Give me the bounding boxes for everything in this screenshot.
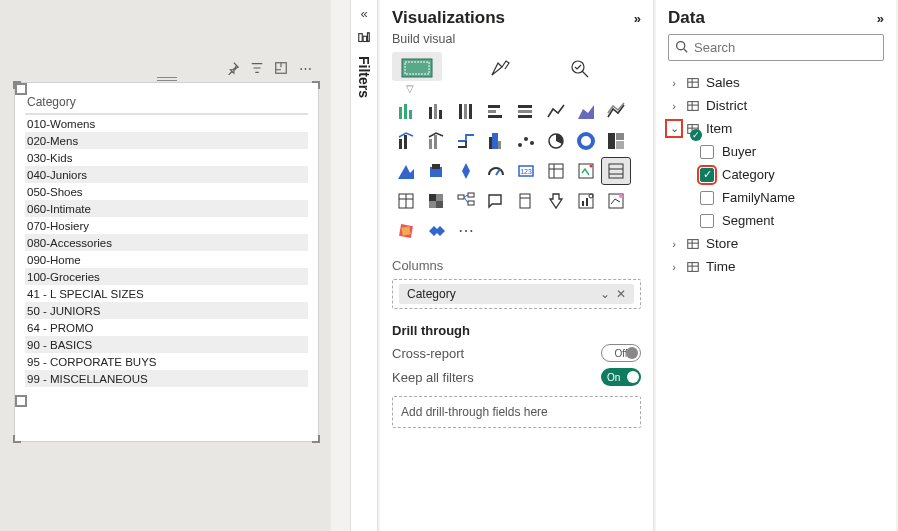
viz-type-100-bar[interactable]	[512, 98, 540, 124]
columns-field-well[interactable]: Category ⌄ ✕	[392, 279, 641, 309]
viz-type-stacked-column[interactable]	[452, 98, 480, 124]
table-row[interactable]: 040-Juniors	[25, 166, 308, 183]
viz-type-paginated[interactable]	[572, 188, 600, 214]
viz-type-treemap[interactable]	[602, 128, 630, 154]
report-canvas: ⋯ Category 010-Womens020-Mens030-Kids040…	[0, 0, 331, 531]
viz-type-combo-column-line[interactable]	[392, 128, 420, 154]
table-visual[interactable]: ⋯ Category 010-Womens020-Mens030-Kids040…	[14, 82, 319, 442]
data-search-box[interactable]	[668, 34, 884, 61]
field-checkbox[interactable]	[700, 214, 714, 228]
table-row[interactable]: 080-Accessories	[25, 234, 308, 251]
keep-filters-toggle[interactable]: On	[601, 368, 641, 386]
format-visual-tab[interactable]	[474, 52, 524, 81]
chevron-down-icon[interactable]: ⌄	[600, 287, 610, 301]
data-search-input[interactable]	[692, 39, 877, 56]
viz-type-smart-narrative[interactable]	[512, 188, 540, 214]
viz-type-pie[interactable]	[542, 128, 570, 154]
chevron-down-icon[interactable]: ⌄	[668, 122, 680, 135]
svg-rect-58	[458, 195, 464, 199]
viz-type-key-influencers[interactable]	[422, 218, 450, 244]
table-row[interactable]: 95 - CORPORATE BUYS	[25, 353, 308, 370]
table-row[interactable]: 100-Groceries	[25, 268, 308, 285]
viz-type-matrix[interactable]	[392, 188, 420, 214]
table-row[interactable]: 90 - BASICS	[25, 336, 308, 353]
field-checkbox[interactable]	[700, 145, 714, 159]
filters-pane-collapsed[interactable]: « Filters	[350, 0, 378, 531]
svg-text:⋯: ⋯	[458, 222, 474, 239]
viz-type-qna[interactable]	[482, 188, 510, 214]
more-options-icon[interactable]: ⋯	[296, 59, 314, 77]
viz-type-filled-map[interactable]	[392, 158, 420, 184]
data-field-familyname[interactable]: FamilyName	[668, 186, 884, 209]
viz-type-ribbon[interactable]	[452, 128, 480, 154]
chevron-right-icon[interactable]: ›	[668, 100, 680, 112]
chevron-right-icon[interactable]: ›	[668, 261, 680, 273]
data-table-time[interactable]: ›Time	[668, 255, 884, 278]
viz-type-slicer[interactable]	[422, 188, 450, 214]
expand-filters-icon[interactable]: «	[360, 6, 367, 21]
viz-type-waterfall[interactable]	[482, 128, 510, 154]
pin-icon[interactable]	[224, 59, 242, 77]
viz-type-power-apps[interactable]	[602, 188, 630, 214]
data-field-category[interactable]: ✓Category	[668, 163, 884, 186]
viz-type-more-visuals[interactable]: ⋯	[452, 218, 480, 244]
svg-rect-9	[409, 110, 412, 119]
viz-type-clustered-bar[interactable]	[422, 98, 450, 124]
table-row[interactable]: 99 - MISCELLANEOUS	[25, 370, 308, 387]
collapse-data-pane-icon[interactable]: »	[877, 11, 884, 26]
viz-type-donut[interactable]	[572, 128, 600, 154]
collapse-viz-pane-icon[interactable]: »	[634, 11, 641, 26]
viz-type-funnel[interactable]	[422, 158, 450, 184]
svg-rect-13	[459, 104, 462, 119]
viz-type-azure-map[interactable]	[452, 158, 480, 184]
drag-handle-icon[interactable]	[157, 77, 177, 81]
build-visual-tab[interactable]	[392, 52, 442, 81]
data-table-district[interactable]: ›District	[668, 94, 884, 117]
cross-report-toggle[interactable]: Off	[601, 344, 641, 362]
table-row[interactable]: 64 - PROMO	[25, 319, 308, 336]
focus-mode-icon[interactable]	[272, 59, 290, 77]
viz-type-line[interactable]	[542, 98, 570, 124]
viz-type-gauge[interactable]	[482, 158, 510, 184]
field-checkbox[interactable]: ✓	[700, 168, 714, 182]
field-chip-category[interactable]: Category ⌄ ✕	[399, 284, 634, 304]
viz-type-power-automate[interactable]	[392, 218, 420, 244]
viz-type-kpi[interactable]	[572, 158, 600, 184]
viz-type-card[interactable]: 123	[512, 158, 540, 184]
table-row[interactable]: 070-Hosiery	[25, 217, 308, 234]
data-table-store[interactable]: ›Store	[668, 232, 884, 255]
viz-type-stacked-bar[interactable]	[392, 98, 420, 124]
viz-type-decomposition-tree[interactable]	[452, 188, 480, 214]
filter-icon[interactable]	[248, 59, 266, 77]
svg-rect-14	[464, 104, 467, 119]
viz-type-multi-row-card[interactable]	[542, 158, 570, 184]
data-table-item[interactable]: ⌄Item✓	[668, 117, 884, 140]
table-row[interactable]: 010-Womens	[25, 115, 308, 132]
data-table-sales[interactable]: ›Sales	[668, 71, 884, 94]
viz-type-bar-horizontal[interactable]	[482, 98, 510, 124]
table-row[interactable]: 50 - JUNIORS	[25, 302, 308, 319]
svg-rect-63	[520, 194, 530, 208]
svg-rect-57	[436, 201, 443, 208]
remove-field-icon[interactable]: ✕	[616, 287, 626, 301]
viz-type-area[interactable]	[572, 98, 600, 124]
table-row[interactable]: 060-Intimate	[25, 200, 308, 217]
viz-type-stacked-area[interactable]	[602, 98, 630, 124]
viz-type-combo-clustered-line[interactable]	[422, 128, 450, 154]
data-field-buyer[interactable]: Buyer	[668, 140, 884, 163]
drill-through-dropzone[interactable]: Add drill-through fields here	[392, 396, 641, 428]
table-column-header[interactable]: Category	[25, 91, 308, 115]
table-row[interactable]: 090-Home	[25, 251, 308, 268]
table-row[interactable]: 020-Mens	[25, 132, 308, 149]
chevron-right-icon[interactable]: ›	[668, 238, 680, 250]
table-row[interactable]: 030-Kids	[25, 149, 308, 166]
analytics-tab[interactable]	[556, 52, 606, 81]
data-field-segment[interactable]: Segment	[668, 209, 884, 232]
table-row[interactable]: 41 - L SPECIAL SIZES	[25, 285, 308, 302]
field-checkbox[interactable]	[700, 191, 714, 205]
viz-type-scatter[interactable]	[512, 128, 540, 154]
viz-type-goals[interactable]	[542, 188, 570, 214]
chevron-right-icon[interactable]: ›	[668, 77, 680, 89]
table-row[interactable]: 050-Shoes	[25, 183, 308, 200]
viz-type-table[interactable]	[602, 158, 630, 184]
